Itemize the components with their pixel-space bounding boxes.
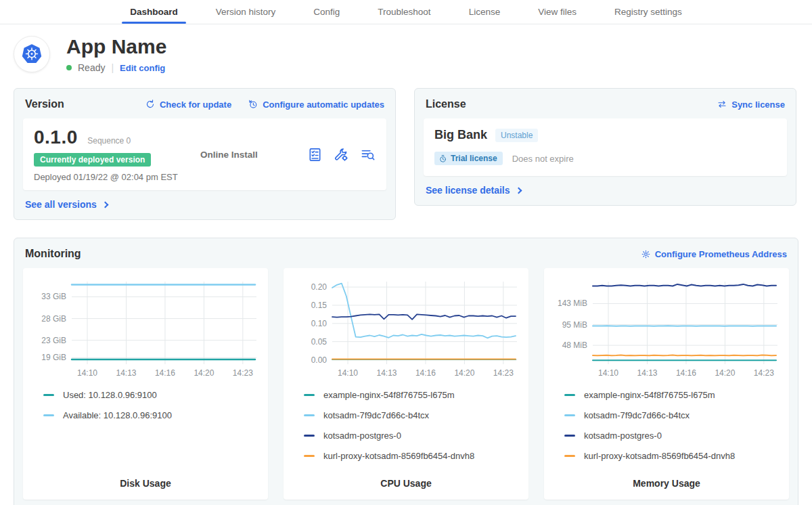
- checklist-icon[interactable]: [307, 147, 323, 162]
- legend-label: kotsadm-postgres-0: [584, 431, 662, 441]
- svg-text:143 MiB: 143 MiB: [558, 299, 587, 308]
- legend-item: Used: 10.128.0.96:9100: [43, 390, 257, 400]
- wrench-gear-icon[interactable]: [334, 147, 349, 162]
- sync-license-button[interactable]: Sync license: [717, 99, 785, 110]
- nav-tabs: DashboardVersion historyConfigTroublesho…: [111, 0, 701, 24]
- legend-color-dash: [304, 414, 315, 416]
- tab-version-history[interactable]: Version history: [197, 0, 295, 24]
- legend-label: kurl-proxy-kotsadm-8569fb6454-dnvh8: [584, 451, 735, 461]
- svg-text:14:23: 14:23: [233, 368, 253, 378]
- svg-text:14:13: 14:13: [376, 368, 397, 378]
- legend-label: kurl-proxy-kotsadm-8569fb6454-dnvh8: [323, 451, 474, 461]
- license-card-title: License: [426, 98, 466, 110]
- page-title: App Name: [66, 35, 166, 58]
- tab-license[interactable]: License: [450, 0, 520, 24]
- svg-text:0.15: 0.15: [311, 301, 328, 310]
- clock-refresh-icon: [248, 99, 258, 110]
- legend-color-dash: [564, 394, 575, 396]
- list-search-icon[interactable]: [360, 147, 376, 162]
- install-type-label: Online Install: [200, 150, 258, 160]
- legend-item: kotsadm-postgres-0: [564, 431, 778, 441]
- legend-item: Available: 10.128.0.96:9100: [43, 410, 257, 420]
- svg-text:14:23: 14:23: [493, 368, 514, 378]
- legend-color-dash: [564, 414, 575, 416]
- version-card-title: Version: [25, 98, 64, 110]
- legend-item: kurl-proxy-kotsadm-8569fb6454-dnvh8: [304, 451, 518, 461]
- expiry-text: Does not expire: [512, 154, 574, 164]
- legend-item: example-nginx-54f8f76755-l675m: [304, 390, 518, 400]
- stopwatch-icon: [438, 154, 447, 163]
- check-for-update-button[interactable]: Check for update: [145, 99, 231, 110]
- memory-usage-chart: 48 MiB95 MiB143 MiB14:1014:1314:1614:201…: [555, 278, 778, 379]
- svg-text:14:20: 14:20: [194, 368, 214, 378]
- svg-text:0.20: 0.20: [311, 282, 328, 292]
- legend-item: kotsadm-7f9dc7d66c-b4tcx: [304, 410, 518, 420]
- svg-text:14:13: 14:13: [116, 368, 136, 378]
- see-license-details-link[interactable]: See license details: [426, 185, 521, 196]
- tab-registry-settings[interactable]: Registry settings: [595, 0, 701, 24]
- legend-color-dash: [564, 455, 575, 457]
- divider: |: [111, 62, 114, 73]
- app-header: App Name Ready | Edit config: [0, 24, 812, 77]
- chevron-right-icon: [515, 188, 522, 194]
- svg-text:23 GiB: 23 GiB: [41, 336, 66, 345]
- svg-text:48 MiB: 48 MiB: [562, 341, 587, 350]
- legend-label: Available: 10.128.0.96:9100: [63, 410, 172, 420]
- license-card: License Sync license Big Bank Unstable: [414, 88, 796, 206]
- customer-name: Big Bank: [434, 128, 487, 142]
- legend-item: example-nginx-54f8f76755-l675m: [564, 390, 778, 400]
- tab-config[interactable]: Config: [294, 0, 359, 24]
- tab-view-files[interactable]: View files: [519, 0, 595, 24]
- legend-color-dash: [304, 455, 315, 457]
- tab-troubleshoot[interactable]: Troubleshoot: [359, 0, 449, 24]
- svg-text:95 MiB: 95 MiB: [562, 320, 587, 330]
- chevron-right-icon: [102, 202, 108, 208]
- kubernetes-icon: [17, 39, 47, 69]
- svg-text:0.05: 0.05: [311, 337, 328, 347]
- legend-color-dash: [43, 414, 54, 416]
- svg-text:14:10: 14:10: [338, 368, 358, 378]
- app-logo: [14, 36, 50, 72]
- sync-icon: [717, 99, 727, 110]
- legend-color-dash: [564, 435, 575, 437]
- tab-dashboard[interactable]: Dashboard: [111, 0, 197, 24]
- edit-config-link[interactable]: Edit config: [120, 63, 165, 73]
- memory-usage-panel: 48 MiB95 MiB143 MiB14:1014:1314:1614:201…: [544, 268, 789, 500]
- svg-text:14:13: 14:13: [637, 368, 657, 378]
- svg-text:0.10: 0.10: [311, 319, 328, 328]
- gear-icon: [641, 249, 651, 259]
- monitoring-title: Monitoring: [25, 248, 81, 260]
- legend-item: kurl-proxy-kotsadm-8569fb6454-dnvh8: [564, 451, 778, 461]
- cpu-usage-legend: example-nginx-54f8f76755-l675mkotsadm-7f…: [294, 390, 518, 473]
- cpu-usage-chart: 0.000.050.100.150.2014:1014:1314:1614:20…: [294, 278, 518, 379]
- version-number: 0.1.0: [34, 127, 78, 148]
- configure-automatic-updates-button[interactable]: Configure automatic updates: [248, 99, 384, 110]
- legend-color-dash: [304, 394, 315, 396]
- see-all-versions-link[interactable]: See all versions: [25, 199, 108, 210]
- legend-color-dash: [304, 435, 315, 437]
- legend-item: kotsadm-7f9dc7d66c-b4tcx: [564, 410, 778, 420]
- svg-text:33 GiB: 33 GiB: [41, 292, 66, 301]
- chart-title: Memory Usage: [555, 473, 778, 494]
- legend-label: kotsadm-postgres-0: [323, 431, 401, 441]
- chart-title: Disk Usage: [34, 473, 257, 494]
- legend-label: example-nginx-54f8f76755-l675m: [323, 390, 455, 400]
- svg-text:14:16: 14:16: [415, 368, 436, 378]
- legend-label: kotsadm-7f9dc7d66c-b4tcx: [584, 410, 690, 420]
- configure-prometheus-button[interactable]: Configure Prometheus Address: [641, 249, 787, 259]
- svg-text:28 GiB: 28 GiB: [41, 314, 66, 324]
- svg-text:14:10: 14:10: [598, 368, 618, 378]
- cpu-usage-panel: 0.000.050.100.150.2014:1014:1314:1614:20…: [284, 268, 528, 500]
- svg-text:14:20: 14:20: [454, 368, 474, 378]
- disk-usage-chart: 19 GiB23 GiB28 GiB33 GiB14:1014:1314:161…: [34, 278, 257, 379]
- svg-text:19 GiB: 19 GiB: [41, 353, 66, 362]
- svg-text:14:23: 14:23: [754, 368, 774, 378]
- svg-text:14:20: 14:20: [715, 368, 735, 378]
- svg-text:14:16: 14:16: [676, 368, 696, 378]
- memory-usage-legend: example-nginx-54f8f76755-l675mkotsadm-7f…: [555, 390, 778, 473]
- legend-label: kotsadm-7f9dc7d66c-b4tcx: [323, 410, 429, 420]
- monitoring-card: Monitoring Configure Prometheus Address …: [14, 238, 798, 505]
- svg-text:14:10: 14:10: [77, 368, 97, 378]
- refresh-icon: [145, 99, 156, 110]
- disk-usage-panel: 19 GiB23 GiB28 GiB33 GiB14:1014:1314:161…: [23, 268, 268, 500]
